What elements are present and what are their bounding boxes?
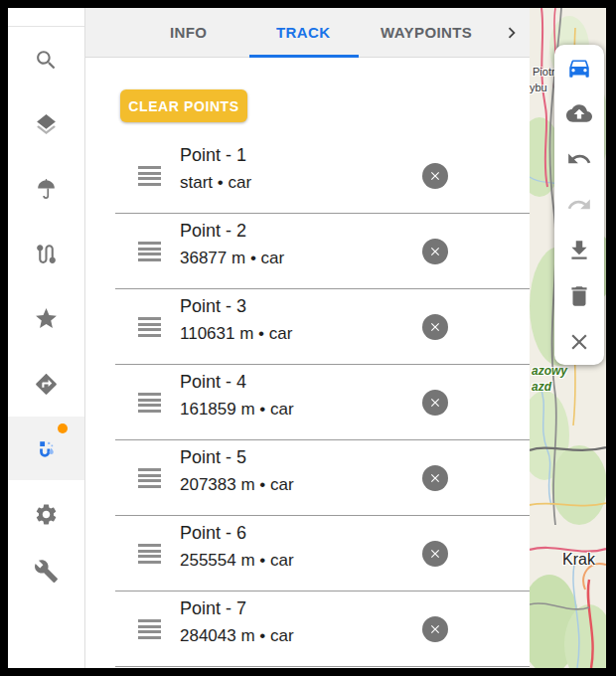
tab-bar: INFO TRACK WAYPOINTS: [85, 8, 530, 58]
redo-icon: [566, 192, 592, 218]
point-title: Point - 4: [180, 372, 246, 393]
point-subtitle: 161859 m • car: [180, 400, 294, 420]
download-track-button[interactable]: [554, 228, 604, 273]
car-icon: [566, 55, 592, 81]
track-panel: INFO TRACK WAYPOINTS CLEAR POINTS Point …: [85, 8, 530, 668]
point-title: Point - 6: [180, 523, 246, 544]
undo-icon: [566, 146, 592, 172]
sidebar-item-track-editor[interactable]: [8, 417, 84, 480]
trash-icon: [566, 283, 592, 309]
track-edit-icon: [34, 436, 59, 461]
redo-button[interactable]: [554, 182, 604, 228]
close-toolbar-button[interactable]: [554, 319, 604, 365]
app-window: INFO TRACK WAYPOINTS CLEAR POINTS Point …: [8, 8, 606, 668]
sidebar: [8, 8, 85, 668]
sidebar-item-settings[interactable]: [8, 482, 84, 546]
track-point-row: Point - 4 161859 m • car: [115, 365, 530, 440]
delete-track-button[interactable]: [554, 273, 604, 319]
gear-icon: [34, 502, 59, 527]
delete-point-button[interactable]: [422, 541, 448, 567]
undo-button[interactable]: [554, 136, 604, 182]
close-icon: [566, 329, 592, 355]
point-title: Point - 2: [180, 221, 246, 242]
delete-point-button[interactable]: [422, 163, 448, 189]
delete-point-button[interactable]: [422, 239, 448, 264]
delete-point-button[interactable]: [422, 616, 448, 642]
star-icon: [34, 306, 59, 331]
point-title: Point - 3: [180, 296, 246, 317]
chevron-right-icon[interactable]: [501, 22, 523, 44]
track-point-row: Point - 3 110631 m • car: [115, 289, 530, 365]
delete-x-icon: [428, 471, 442, 485]
sidebar-item-tracks[interactable]: [8, 222, 84, 285]
point-subtitle: 284043 m • car: [180, 626, 294, 646]
drag-handle-icon[interactable]: [138, 166, 161, 186]
drag-handle-icon[interactable]: [138, 393, 161, 413]
delete-x-icon: [428, 245, 442, 258]
drag-handle-icon[interactable]: [138, 468, 161, 488]
wrench-icon: [34, 559, 59, 584]
point-subtitle: 207383 m • car: [180, 475, 294, 495]
track-point-row: Point - 1 start • car: [115, 138, 530, 214]
active-tab-underline: [249, 55, 359, 58]
upload-track-button[interactable]: [554, 90, 604, 136]
layers-icon: [34, 112, 59, 137]
point-subtitle: 110631 m • car: [180, 324, 292, 344]
map-label-azowy: azowy: [532, 364, 567, 378]
point-subtitle: 36877 m • car: [180, 249, 284, 268]
delete-x-icon: [428, 169, 442, 183]
delete-point-button[interactable]: [422, 465, 448, 491]
cloud-upload-icon: [566, 100, 592, 126]
map-label-piotr: Piotr: [533, 66, 555, 78]
delete-point-button[interactable]: [422, 390, 448, 416]
tab-info[interactable]: INFO: [170, 8, 207, 57]
sidebar-item-directions[interactable]: [8, 352, 84, 416]
sidebar-top-strip: [8, 8, 84, 27]
track-point-row: Point - 2 36877 m • car: [115, 214, 530, 289]
tab-track[interactable]: TRACK: [276, 8, 331, 57]
drag-handle-icon[interactable]: [138, 544, 161, 564]
point-subtitle: start • car: [180, 173, 251, 193]
sidebar-item-layers[interactable]: [8, 92, 84, 156]
sidebar-item-search[interactable]: [8, 28, 84, 91]
point-title: Point - 1: [180, 145, 246, 166]
sidebar-item-tools[interactable]: [8, 539, 84, 602]
directions-icon: [34, 372, 59, 397]
clear-points-button[interactable]: CLEAR POINTS: [120, 89, 247, 122]
umbrella-icon: [34, 177, 59, 202]
point-title: Point - 5: [180, 447, 246, 468]
delete-x-icon: [428, 622, 442, 636]
point-subtitle: 255554 m • car: [180, 551, 294, 571]
drag-handle-icon[interactable]: [138, 242, 161, 261]
delete-x-icon: [428, 547, 442, 561]
map-label-krakow: Krak: [562, 551, 595, 569]
point-title: Point - 7: [180, 598, 246, 619]
sidebar-item-weather[interactable]: [8, 157, 84, 221]
download-icon: [566, 238, 592, 263]
sidebar-item-favorites[interactable]: [8, 286, 84, 350]
notification-badge-dot: [58, 423, 68, 433]
route-icon: [34, 242, 59, 266]
track-point-row: Point - 5 207383 m • car: [115, 440, 530, 516]
delete-x-icon: [428, 396, 442, 410]
map-toolbar: [554, 45, 604, 365]
tab-waypoints[interactable]: WAYPOINTS: [381, 8, 472, 57]
drag-handle-icon[interactable]: [138, 317, 161, 337]
map-label-ybu: ybu: [530, 82, 547, 93]
delete-point-button[interactable]: [422, 314, 448, 340]
search-icon: [34, 48, 59, 73]
routing-mode-car-button[interactable]: [554, 45, 604, 90]
map-label-azd: azd: [532, 380, 551, 394]
track-point-row: Point - 6 255554 m • car: [115, 516, 530, 592]
delete-x-icon: [428, 320, 442, 334]
points-list: Point - 1 start • car Point - 2 36877 m …: [115, 138, 530, 668]
track-point-row: Point - 7 284043 m • car: [115, 592, 530, 667]
drag-handle-icon[interactable]: [138, 619, 161, 639]
